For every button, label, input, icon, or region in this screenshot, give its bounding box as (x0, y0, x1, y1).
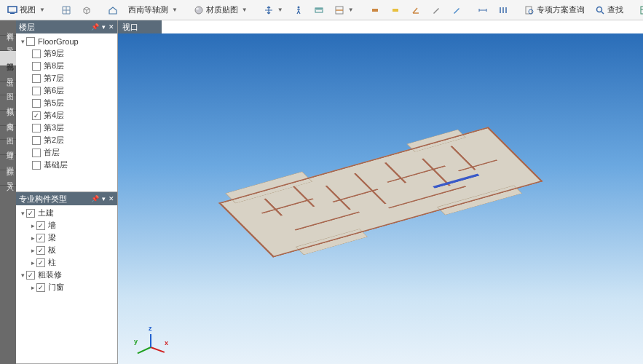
leftbar-item-3[interactable]: 导出 (0, 66, 16, 82)
checkbox[interactable] (32, 161, 41, 170)
checkbox[interactable]: ✓ (36, 234, 45, 242)
floor-row[interactable]: 第6层 (16, 84, 117, 97)
floors-panel-header[interactable]: 楼层 📌 ▾ ✕ (16, 20, 117, 33)
leftbar-item-4[interactable]: 图 (0, 82, 16, 95)
types-panel-title: 专业构件类型 (19, 194, 67, 205)
tool-a-button[interactable] (366, 4, 384, 17)
svg-point-4 (297, 6, 299, 8)
floor-row[interactable]: 首层 (16, 146, 117, 159)
dim-button[interactable] (473, 4, 492, 17)
close-icon[interactable]: ✕ (109, 195, 114, 202)
grid-button[interactable] (57, 4, 76, 17)
checkbox[interactable]: ✓ (26, 271, 35, 280)
checkbox[interactable]: ✓ (36, 221, 45, 230)
types-panel-body: ▾✓土建▸✓墙▸✓梁▸✓板▸✓柱▾✓粗装修▸✓门窗 (16, 205, 117, 363)
section-button[interactable]: ▼ (330, 4, 358, 17)
column-grid-button[interactable] (494, 4, 513, 17)
leftbar-item-9[interactable]: 跟踪 (0, 155, 16, 170)
query-button[interactable]: 查找 (591, 3, 628, 17)
dropdown-icon[interactable]: ▾ (102, 23, 106, 31)
checkbox[interactable] (32, 149, 41, 157)
floor-row[interactable]: 第7层 (16, 72, 117, 84)
expand-icon[interactable]: ▸ (29, 247, 36, 254)
view-button[interactable]: 视图 ▼ (3, 3, 50, 17)
checkbox[interactable] (32, 136, 41, 145)
adv-quantity-button[interactable]: 高级工程量查询 (635, 3, 643, 17)
checkbox[interactable] (32, 50, 41, 58)
tool-e-button[interactable] (447, 4, 466, 17)
floor-row[interactable]: 第2层 (16, 134, 117, 146)
special-query-button[interactable]: 专项方案查询 (520, 3, 589, 17)
chevron-down-icon: ▼ (39, 7, 45, 13)
checkbox[interactable]: ✓ (36, 246, 45, 255)
checkbox[interactable]: ✓ (26, 209, 35, 218)
tool-d-button[interactable] (427, 4, 446, 17)
type-child-row[interactable]: ▸✓梁 (16, 232, 117, 244)
tool-c-button[interactable] (406, 4, 425, 17)
pin-icon[interactable]: 📌 (91, 23, 99, 31)
material-label: 材质贴图 (206, 4, 238, 15)
expand-icon[interactable]: ▸ (29, 284, 36, 291)
measure-button[interactable] (309, 4, 328, 17)
viewport: 视口 (118, 20, 643, 364)
checkbox[interactable] (32, 74, 41, 83)
checkbox[interactable] (32, 124, 41, 132)
floors-root-row[interactable]: ▾ FloorGroup (16, 35, 117, 47)
expand-icon[interactable]: ▸ (29, 259, 36, 266)
pin-icon[interactable]: 📌 (91, 195, 99, 202)
leftbar-item-1[interactable]: 导入 (0, 36, 16, 51)
axis-gizmo[interactable]: x y z (133, 317, 169, 354)
floor-row[interactable]: 第3层 (16, 122, 117, 134)
checkbox[interactable]: ✓ (32, 111, 41, 120)
leftbar-item-0[interactable]: 资料 (0, 20, 16, 36)
checkbox[interactable] (32, 62, 41, 71)
type-child-label: 梁 (48, 232, 56, 243)
sphere-icon (194, 5, 204, 15)
leftbar-item-5[interactable]: 模拟 (0, 95, 16, 111)
walk-tool-button[interactable] (289, 4, 308, 17)
floor-label: 基础层 (44, 159, 68, 170)
cube-button[interactable] (77, 4, 96, 17)
walk-icon (293, 5, 304, 15)
type-group-row[interactable]: ▾✓土建 (16, 207, 117, 219)
types-panel-header[interactable]: 专业构件类型 📌 ▾ ✕ (16, 192, 117, 205)
material-button[interactable]: 材质贴图 ▼ (189, 3, 252, 17)
leftbar-item-6[interactable]: 查阅 (0, 111, 16, 126)
type-child-label: 门窗 (48, 282, 64, 293)
leftbar-item-2[interactable]: 视图 (0, 51, 16, 66)
checkbox[interactable]: ✓ (36, 283, 45, 292)
checkbox[interactable] (32, 87, 41, 95)
floor-row[interactable]: 基础层 (16, 159, 117, 171)
expand-icon[interactable]: ▸ (29, 222, 36, 229)
move-tool-button[interactable]: ▼ (259, 4, 288, 17)
checkbox[interactable]: ✓ (36, 258, 45, 267)
leftbar-item-8[interactable]: 管理 (0, 140, 16, 155)
floor-row[interactable]: 第8层 (16, 60, 117, 72)
type-group-row[interactable]: ▾✓粗装修 (16, 269, 117, 281)
type-child-row[interactable]: ▸✓柱 (16, 256, 117, 269)
close-icon[interactable]: ✕ (109, 23, 114, 31)
type-child-row[interactable]: ▸✓门窗 (16, 281, 117, 293)
leftbar-item-7[interactable]: 图 (0, 126, 16, 140)
floor-row[interactable]: 第9层 (16, 47, 117, 60)
type-child-row[interactable]: ▸✓板 (16, 244, 117, 256)
collapse-icon[interactable]: ▾ (19, 38, 26, 45)
floor-row[interactable]: 第5层 (16, 97, 117, 109)
collapse-icon[interactable]: ▾ (19, 210, 26, 217)
type-child-row[interactable]: ▸✓墙 (16, 219, 117, 232)
move-icon (264, 5, 274, 15)
expand-icon[interactable]: ▸ (29, 234, 36, 242)
checkbox[interactable] (26, 37, 35, 46)
collapse-icon[interactable]: ▾ (19, 272, 26, 279)
viewport-tab[interactable]: 视口 (118, 20, 162, 33)
dropdown-icon[interactable]: ▾ (102, 195, 106, 202)
checkbox[interactable] (32, 99, 41, 108)
floor-label: 第6层 (44, 85, 64, 96)
leftbar-item-10[interactable]: 导入 (0, 170, 16, 186)
viewport-canvas[interactable]: x y z (118, 33, 643, 364)
section-icon (334, 5, 344, 15)
tool-b-button[interactable] (386, 4, 405, 17)
home-button[interactable] (103, 4, 122, 17)
sw-isometric-button[interactable]: 西南等轴测 ▼ (124, 3, 182, 17)
floor-row[interactable]: ✓第4层 (16, 109, 117, 122)
